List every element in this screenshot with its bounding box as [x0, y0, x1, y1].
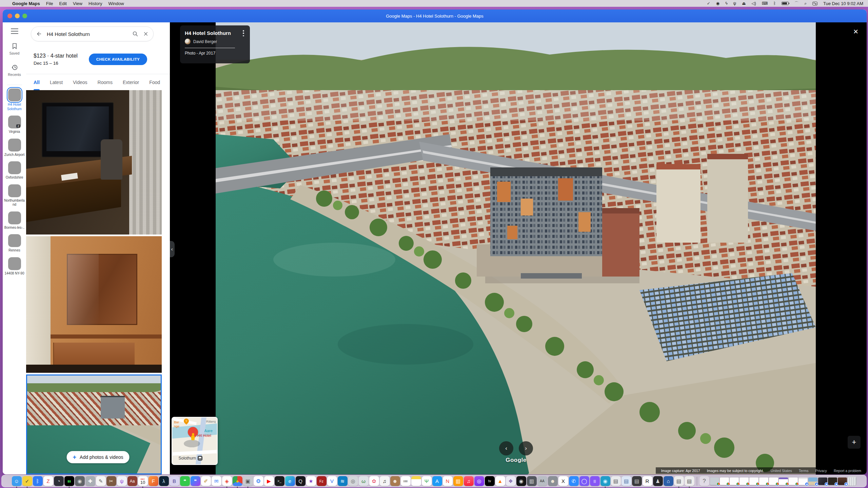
bluetooth-icon[interactable]: ᛒ: [773, 1, 776, 6]
minimized-window-files[interactable]: [798, 477, 808, 485]
records-icon[interactable]: ◉: [75, 476, 85, 486]
photos-icon[interactable]: ✿: [369, 476, 379, 486]
app-store-icon[interactable]: A: [432, 476, 442, 486]
menu-history[interactable]: History: [88, 1, 102, 6]
minimized-window[interactable]: [769, 477, 778, 485]
edge-icon[interactable]: e: [285, 476, 295, 486]
news-icon[interactable]: N: [443, 476, 453, 486]
minimized-window-picture[interactable]: [710, 477, 719, 485]
sidebar-place-northumberland[interactable]: Northumberland: [3, 184, 26, 207]
apple-tv-icon[interactable]: tv: [485, 476, 495, 486]
podcasts-icon[interactable]: ◎: [474, 476, 484, 486]
barber-icon[interactable]: ✂: [106, 476, 116, 486]
kindle-icon[interactable]: λ: [159, 476, 169, 486]
webcam-icon[interactable]: ◉: [600, 476, 610, 486]
music-icon[interactable]: ♫: [464, 476, 474, 486]
hotel-dates[interactable]: Dec 15 – 16: [34, 61, 58, 66]
minimized-window[interactable]: [739, 477, 749, 485]
chrome-icon[interactable]: ●: [233, 476, 242, 486]
add-photos-button[interactable]: + Add photos & videos: [67, 451, 130, 463]
trash-icon[interactable]: [848, 476, 856, 486]
close-window-button[interactable]: [7, 14, 12, 18]
zoom-icon[interactable]: ✆: [569, 476, 579, 486]
tab-latest[interactable]: Latest: [50, 74, 63, 90]
openoffice-icon[interactable]: ≋: [338, 476, 348, 486]
diagnostics-icon[interactable]: ✚: [85, 476, 95, 486]
tab-rooms[interactable]: Rooms: [98, 74, 113, 90]
dictionary-icon[interactable]: AA: [537, 476, 547, 486]
audio-bars-icon[interactable]: ▮▮: [64, 476, 74, 486]
filezilla-icon[interactable]: Fz: [317, 476, 327, 486]
vlc-icon[interactable]: ▲: [495, 476, 505, 486]
youtube-icon[interactable]: ▶: [264, 476, 274, 486]
minimized-window[interactable]: [749, 477, 758, 485]
xquartz-icon[interactable]: X: [558, 476, 568, 486]
sidebar-item-saved[interactable]: Saved: [9, 43, 20, 55]
shazam-icon[interactable]: ϟ: [725, 1, 727, 6]
control-center-icon[interactable]: [812, 2, 817, 5]
sidebar-place-virginia[interactable]: 2Virginia: [3, 116, 26, 134]
footer-link-privacy[interactable]: Privacy: [815, 469, 827, 473]
sidebar-place-rennes[interactable]: Rennes: [3, 234, 26, 253]
minimize-window-button[interactable]: [15, 14, 20, 18]
loom-icon[interactable]: ◯: [579, 476, 589, 486]
check-circle-icon[interactable]: ✓: [707, 1, 710, 6]
textedit-icon[interactable]: ✎: [96, 476, 106, 486]
photo-author-row[interactable]: David Berger: [185, 39, 245, 44]
missing-app-icon[interactable]: ?: [699, 476, 709, 486]
gimp-icon[interactable]: ☻: [548, 476, 558, 486]
contacts-icon[interactable]: ☻: [390, 476, 400, 486]
sidebar-place-h4-hotel-solothurn[interactable]: H4 Hotel Solothurn: [3, 88, 26, 111]
minimized-window-frame[interactable]: [828, 477, 837, 485]
google-maps-icon[interactable]: ◈: [222, 476, 232, 486]
search-input[interactable]: H4 Hotel Solothurn: [47, 31, 127, 37]
close-viewer-icon[interactable]: ✕: [853, 28, 859, 36]
terminal-icon[interactable]: >_: [275, 476, 284, 486]
silhouette-app-icon[interactable]: ♟: [653, 476, 663, 486]
menu-app-name[interactable]: Google Maps: [12, 1, 40, 6]
r-app-icon[interactable]: R: [643, 476, 652, 486]
notes-icon[interactable]: [411, 476, 421, 486]
sidebar-item-recents[interactable]: Recents: [8, 64, 21, 77]
minimized-window[interactable]: [720, 477, 729, 485]
battery-icon[interactable]: [782, 2, 789, 5]
todo-check-icon[interactable]: ✓: [22, 476, 32, 486]
messenger-icon[interactable]: ❝: [191, 476, 200, 486]
menu-view[interactable]: View: [73, 1, 82, 6]
vinyl-icon[interactable]: ◉: [516, 476, 526, 486]
terminal-gray-icon[interactable]: ▥: [527, 476, 537, 486]
minimized-window[interactable]: [730, 477, 739, 485]
photo-capture-icon[interactable]: ▣: [243, 476, 253, 486]
frog-keyboard-icon[interactable]: ω: [359, 476, 369, 486]
collapse-panel-chevron[interactable]: ‹: [170, 241, 175, 257]
home-app-icon[interactable]: ⌂: [664, 476, 673, 486]
minimized-window[interactable]: [759, 477, 768, 485]
disc-burner-icon[interactable]: ◎: [348, 476, 358, 486]
spotlight-icon[interactable]: ⌕: [804, 1, 807, 6]
bluetooth-app-icon[interactable]: ᛒ: [33, 476, 43, 486]
usb-utility-icon[interactable]: ψ: [117, 476, 127, 486]
drafting-icon[interactable]: ✐: [201, 476, 211, 486]
volume-icon[interactable]: ◁): [751, 1, 756, 6]
finder-icon[interactable]: ☺: [12, 476, 22, 486]
window-titlebar[interactable]: Google Maps - H4 Hotel Solothurn - Googl…: [3, 9, 867, 22]
hotel-room-desk-photo[interactable]: [26, 90, 162, 235]
printer-icon[interactable]: ▤: [611, 476, 621, 486]
sidebar-place-oxfordshire[interactable]: Oxfordshire: [3, 161, 26, 180]
hamburger-menu-icon[interactable]: [11, 28, 18, 34]
sidebar-place-bormes-les-[interactable]: Bormes-les-..: [3, 211, 26, 230]
footer-link-report-a-problem[interactable]: Report a problem: [834, 469, 861, 473]
zinio-icon[interactable]: Z: [43, 476, 53, 486]
certificate-icon[interactable]: ❖: [506, 476, 516, 486]
copier-icon[interactable]: ▤: [622, 476, 631, 486]
printer2-icon[interactable]: ▤: [674, 476, 684, 486]
tab-videos[interactable]: Videos: [73, 74, 87, 90]
transit-map-icon[interactable]: Ψ: [422, 476, 432, 486]
next-photo-button[interactable]: ›: [519, 441, 533, 455]
sidebar-place-zurich-airport[interactable]: Zurich Airport: [3, 139, 26, 157]
menu-edit[interactable]: Edit: [59, 1, 67, 6]
aerial-photo[interactable]: [216, 22, 816, 474]
menu-file[interactable]: File: [46, 1, 53, 6]
footer-link-terms[interactable]: Terms: [799, 469, 809, 473]
search-box[interactable]: H4 Hotel Solothurn: [31, 26, 154, 41]
